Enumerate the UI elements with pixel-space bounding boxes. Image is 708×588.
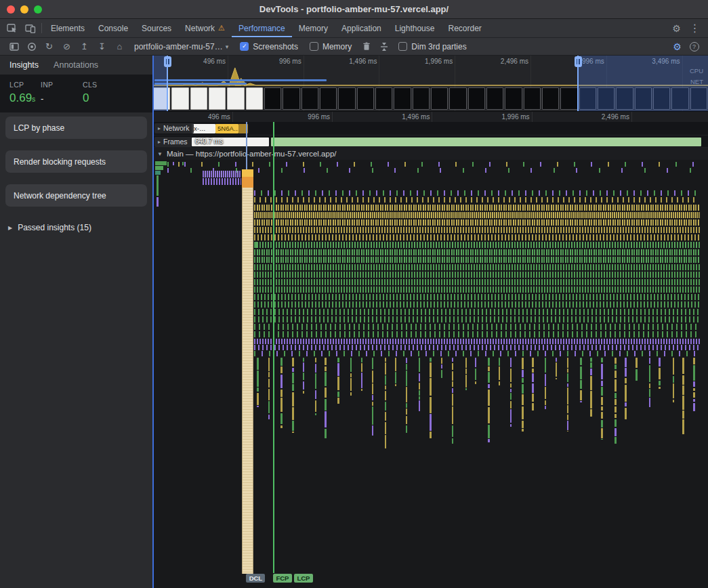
flame-task-bar[interactable] (257, 406, 259, 407)
flame-task-bar[interactable] (337, 358, 339, 362)
flame-task-bar[interactable] (625, 385, 627, 402)
flame-task-bar[interactable] (268, 401, 270, 413)
flame-task-bar[interactable] (693, 358, 695, 364)
flame-task-bar[interactable] (601, 397, 603, 405)
sidebar-tab-annotations[interactable]: Annotations (54, 60, 98, 70)
load-profile-icon[interactable]: ↥ (76, 39, 93, 54)
flame-task-bar[interactable] (510, 369, 512, 383)
tab-console[interactable]: Console (91, 19, 135, 37)
flame-task-bar[interactable] (522, 421, 524, 428)
flame-task-bar[interactable] (441, 370, 443, 378)
flame-task-bar[interactable] (452, 425, 454, 437)
tab-elements[interactable]: Elements (44, 19, 91, 37)
screenshot-thumbnail[interactable] (301, 87, 318, 110)
flame-task-bar[interactable] (532, 369, 534, 373)
flame-task-bar[interactable] (303, 358, 305, 362)
flame-task-bar[interactable] (325, 399, 327, 411)
zoom-button[interactable] (34, 5, 42, 14)
flame-task-bar[interactable] (636, 358, 638, 368)
flame-task-bar[interactable] (545, 400, 547, 405)
flame-task-bar[interactable] (682, 411, 684, 419)
insight-card-lcp-by-phase[interactable]: LCP by phase (5, 117, 147, 139)
flame-task-bar[interactable] (406, 408, 408, 415)
flame-task-bar[interactable] (510, 409, 512, 423)
flame-task-bar[interactable] (419, 358, 421, 372)
flame-activity-band[interactable] (254, 301, 700, 308)
flame-task-bar[interactable] (475, 369, 477, 381)
flame-task-bar[interactable] (601, 387, 603, 396)
flame-task-bar[interactable] (395, 372, 397, 383)
flame-task-bar[interactable] (372, 402, 374, 406)
flame-task-bar[interactable] (601, 428, 603, 438)
flame-task-bar[interactable] (488, 425, 490, 438)
network-track[interactable]: ▸ Network x-…5N6A… (152, 122, 708, 135)
flame-task-bar[interactable] (452, 358, 454, 362)
flame-task-bar[interactable] (292, 432, 294, 433)
flame-task-bar[interactable] (615, 358, 617, 364)
flame-activity-band[interactable] (254, 316, 700, 322)
flame-task-bar[interactable] (545, 374, 547, 386)
flame-task-bar[interactable] (488, 358, 490, 366)
flame-activity-band[interactable] (254, 345, 700, 350)
flame-task-bar[interactable] (522, 378, 524, 383)
flame-task-bar[interactable] (510, 393, 512, 400)
flame-task-bar[interactable] (350, 378, 352, 391)
flame-task-bar[interactable] (649, 358, 651, 364)
screenshot-thumbnail[interactable] (486, 87, 503, 110)
flame-task-bar[interactable] (488, 372, 490, 383)
insight-card-network-dependency-tree[interactable]: Network dependency tree (5, 184, 147, 207)
flame-task-bar[interactable] (556, 362, 558, 377)
flame-task-bar[interactable] (361, 358, 363, 362)
flame-task-bar[interactable] (673, 358, 675, 375)
live-metrics-home-icon[interactable]: ⌂ (111, 39, 128, 54)
record-icon[interactable] (23, 39, 40, 54)
device-toolbar-icon[interactable] (21, 19, 39, 37)
flame-task-bar[interactable] (395, 358, 397, 371)
network-request[interactable]: x-… (192, 124, 215, 133)
flame-task-bar[interactable] (406, 364, 408, 370)
flame-task-bar[interactable] (452, 406, 454, 424)
flame-task-bar[interactable] (693, 381, 695, 387)
flame-task-bar[interactable] (325, 366, 327, 371)
screenshot-thumbnail[interactable] (171, 87, 188, 110)
flame-task-bar[interactable] (372, 358, 374, 369)
flame-task-bar[interactable] (465, 369, 467, 373)
flame-task-bar[interactable] (488, 407, 490, 423)
flame-task-bar[interactable] (522, 429, 524, 432)
dim-3rd-parties-checkbox[interactable]: Dim 3rd parties (398, 42, 466, 51)
flame-task-bar[interactable] (350, 358, 352, 372)
flame-task-bar[interactable] (510, 383, 512, 388)
flame-task-bar[interactable] (406, 416, 408, 424)
flame-task-bar[interactable] (430, 378, 432, 396)
collapse-tracks-icon[interactable] (375, 39, 392, 54)
flame-task-bar[interactable] (292, 358, 294, 366)
flame-task-bar[interactable] (567, 421, 569, 430)
screenshot-thumbnail[interactable] (413, 87, 430, 110)
flame-task-bar[interactable] (452, 438, 454, 444)
flame-task-bar[interactable] (673, 376, 675, 383)
panel-splitter[interactable] (152, 56, 154, 588)
flame-task-bar[interactable] (615, 419, 617, 427)
flame-task-bar[interactable] (545, 358, 547, 373)
flame-activity-band[interactable] (254, 279, 700, 285)
flame-task-bar[interactable] (615, 428, 617, 436)
flame-activity-band[interactable] (254, 264, 700, 270)
flame-task-bar[interactable] (268, 372, 270, 377)
flame-task-bar[interactable] (580, 380, 582, 389)
flame-task-bar[interactable] (567, 383, 569, 387)
flame-task-bar[interactable] (280, 425, 283, 428)
flame-task-bar[interactable] (659, 358, 661, 366)
flame-task-bar[interactable] (257, 371, 259, 386)
flame-task-bar[interactable] (682, 419, 684, 434)
flame-task-bar[interactable] (682, 375, 684, 385)
flame-task-bar[interactable] (556, 358, 558, 362)
screenshot-thumbnail[interactable] (227, 87, 244, 110)
flame-task-bar[interactable] (601, 420, 603, 427)
screenshot-thumbnail[interactable] (431, 87, 448, 110)
flame-task-bar[interactable] (580, 401, 582, 402)
flame-task-bar[interactable] (385, 391, 387, 401)
screenshot-thumbnail[interactable] (468, 87, 485, 110)
flame-task-bar[interactable] (693, 399, 695, 402)
flame-task-bar[interactable] (567, 387, 569, 404)
flame-task-bar[interactable] (499, 381, 501, 385)
